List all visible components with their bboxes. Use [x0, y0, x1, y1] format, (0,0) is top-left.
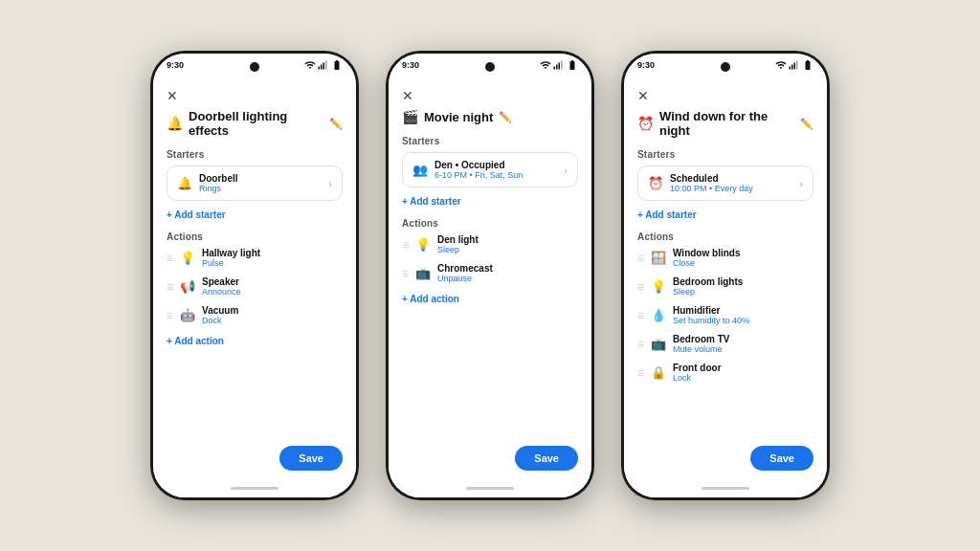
chevron-icon: › [328, 178, 332, 189]
action-info: Chromecast Unpause [437, 263, 578, 283]
action-sub: Mute volume [673, 344, 813, 354]
title-text: Doorbell lighting effects [189, 109, 323, 138]
drag-handle-icon[interactable]: ≡ [637, 280, 644, 294]
action-info: Bedroom lights Sleep [673, 276, 813, 297]
starter-sub: 10:00 PM • Every day [670, 184, 753, 193]
edit-icon[interactable]: ✏️ [329, 118, 343, 130]
save-button[interactable]: Save [279, 446, 343, 471]
close-button[interactable]: ✕ [167, 88, 343, 103]
starter-card-0[interactable]: 🔔 Doorbell Rings › [167, 165, 343, 201]
action-info: Hallway light Pulse [202, 248, 343, 268]
starter-details: Den • Occupied 6-10 PM • Fri, Sat, Sun [434, 160, 523, 180]
wifi-icon [304, 59, 316, 71]
action-info: Window blinds Close [673, 248, 813, 268]
starter-sub: 6-10 PM • Fri, Sat, Sun [434, 170, 523, 180]
drag-handle-icon[interactable]: ≡ [402, 267, 409, 280]
signal-icon [553, 59, 565, 71]
add-action-button[interactable]: + Add action [167, 334, 224, 348]
action-sub: Unpause [437, 274, 578, 283]
svg-rect-9 [791, 65, 793, 70]
phone-inner: 9:30 ✕ 🎬 Movie night ✏️ Starters [389, 54, 591, 497]
svg-rect-2 [323, 63, 325, 70]
status-time: 9:30 [167, 60, 184, 70]
home-bar [466, 487, 514, 490]
screen-title: ⏰ Wind down for the night ✏️ [637, 109, 813, 138]
screen-content: ✕ ⏰ Wind down for the night ✏️ Starters … [624, 80, 827, 438]
edit-icon[interactable]: ✏️ [499, 111, 512, 123]
drag-handle-icon[interactable]: ≡ [637, 366, 644, 380]
starter-name: Doorbell [199, 173, 238, 184]
starter-info: 👥 Den • Occupied 6-10 PM • Fri, Sat, Sun [412, 160, 523, 180]
phone-inner: 9:30 ✕ ⏰ Wind down for the night ✏️ Star… [624, 54, 827, 497]
starter-details: Doorbell Rings [199, 173, 238, 193]
actions-label: Actions [402, 218, 578, 229]
save-button[interactable]: Save [750, 446, 813, 471]
drag-handle-icon[interactable]: ≡ [167, 280, 173, 294]
action-item-4: ≡ 🔒 Front door Lock [637, 363, 813, 383]
phone-inner: 9:30 ✕ 🔔 Doorbell lighting effects ✏️ St [153, 54, 356, 497]
add-starter-button[interactable]: + Add starter [167, 208, 226, 222]
action-icon: 🔒 [651, 365, 666, 380]
action-name: Hallway light [202, 248, 343, 258]
starter-card-0[interactable]: 👥 Den • Occupied 6-10 PM • Fri, Sat, Sun… [402, 152, 578, 187]
starters-label: Starters [167, 149, 343, 160]
action-name: Bedroom TV [673, 334, 813, 344]
phone-notch: 9:30 [624, 54, 827, 80]
drag-handle-icon[interactable]: ≡ [167, 252, 173, 265]
action-item-1: ≡ 📢 Speaker Announce [167, 276, 343, 297]
svg-rect-10 [794, 63, 796, 70]
action-icon: 💧 [651, 308, 666, 322]
home-indicator [389, 478, 591, 497]
chevron-icon: › [799, 178, 803, 189]
starter-icon: 👥 [412, 163, 428, 177]
starter-card-0[interactable]: ⏰ Scheduled 10:00 PM • Every day › [637, 165, 813, 201]
save-button[interactable]: Save [515, 446, 578, 471]
starter-name: Scheduled [670, 173, 753, 184]
action-sub: Set humidity to 40% [673, 316, 813, 325]
phone-bottom: Save [624, 438, 827, 478]
wifi-icon [540, 59, 551, 71]
home-indicator [624, 478, 827, 497]
action-icon: 💡 [415, 237, 431, 252]
drag-handle-icon[interactable]: ≡ [637, 309, 644, 322]
battery-icon [802, 59, 813, 71]
status-time: 9:30 [637, 60, 655, 70]
add-starter-button[interactable]: + Add starter [637, 208, 697, 222]
actions-label: Actions [167, 231, 343, 242]
drag-handle-icon[interactable]: ≡ [637, 252, 644, 265]
home-bar [702, 487, 749, 490]
action-item-1: ≡ 💡 Bedroom lights Sleep [637, 276, 813, 297]
action-info: Den light Sleep [437, 234, 578, 254]
action-sub: Dock [202, 316, 343, 325]
action-item-2: ≡ 🤖 Vacuum Dock [167, 305, 343, 325]
starters-label: Starters [402, 136, 578, 146]
screen-content: ✕ 🔔 Doorbell lighting effects ✏️ Starter… [153, 80, 356, 438]
phone-notch: 9:30 [389, 54, 591, 80]
status-bar: 9:30 [624, 59, 827, 71]
title-text: Movie night [424, 110, 493, 124]
title-icon: 🎬 [402, 109, 418, 124]
home-bar [231, 487, 278, 490]
add-action-button[interactable]: + Add action [402, 292, 459, 306]
phone-notch: 9:30 [153, 54, 356, 80]
status-icons [304, 59, 343, 71]
phone-bottom: Save [389, 438, 591, 478]
action-info: Bedroom TV Mute volume [673, 334, 813, 354]
starter-icon: 🔔 [177, 176, 192, 190]
close-button[interactable]: ✕ [637, 88, 813, 103]
svg-rect-5 [556, 65, 558, 70]
starter-icon: ⏰ [648, 176, 663, 190]
drag-handle-icon[interactable]: ≡ [167, 309, 173, 322]
close-button[interactable]: ✕ [402, 88, 578, 103]
screen-title: 🔔 Doorbell lighting effects ✏️ [167, 109, 343, 138]
add-starter-button[interactable]: + Add starter [402, 194, 461, 209]
phone-2: 9:30 ✕ 🎬 Movie night ✏️ Starters [386, 51, 594, 500]
action-item-3: ≡ 📺 Bedroom TV Mute volume [637, 334, 813, 354]
starter-details: Scheduled 10:00 PM • Every day [670, 173, 753, 193]
action-name: Speaker [202, 276, 343, 287]
drag-handle-icon[interactable]: ≡ [637, 338, 644, 351]
edit-icon[interactable]: ✏️ [800, 118, 813, 130]
drag-handle-icon[interactable]: ≡ [402, 238, 409, 252]
svg-rect-3 [325, 61, 327, 70]
action-icon: 🪟 [651, 251, 666, 265]
